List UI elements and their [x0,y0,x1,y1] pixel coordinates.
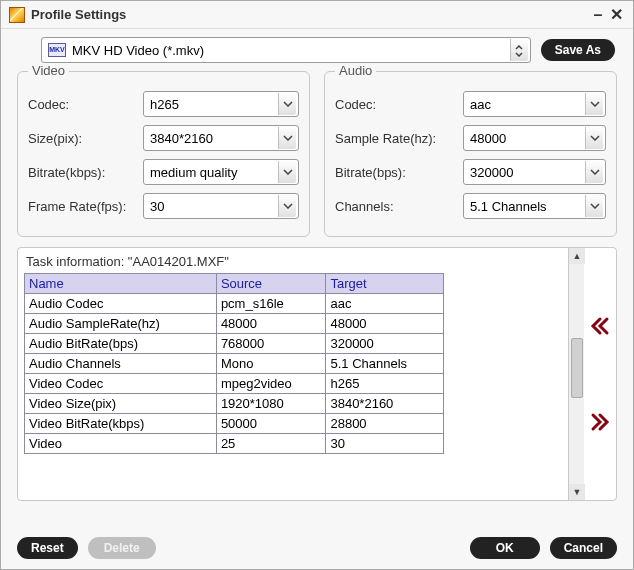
task-info-panel: Task information: "AA014201.MXF" Name So… [17,247,617,501]
task-info-table: Name Source Target Audio Codecpcm_s16lea… [24,273,444,454]
profile-settings-window: Profile Settings – ✕ MKV MKV HD Video (*… [0,0,634,570]
settings-row: Video Codec: h265 Size(pix): 3840*2160 B… [1,67,633,247]
col-name: Name [25,274,217,294]
audio-channels-select[interactable]: 5.1 Channels [463,193,606,219]
table-cell: 28800 [326,414,444,434]
chevron-down-icon [278,161,296,183]
chevron-down-icon [585,195,603,217]
table-cell: 3840*2160 [326,394,444,414]
profile-select-arrow[interactable] [510,39,528,61]
table-cell: 320000 [326,334,444,354]
table-row: Audio SampleRate(hz)4800048000 [25,314,444,334]
table-cell: pcm_s16le [216,294,326,314]
double-left-icon [589,315,611,337]
video-codec-label: Codec: [28,97,143,112]
window-title: Profile Settings [31,7,589,22]
chevron-down-icon [585,161,603,183]
table-cell: 48000 [216,314,326,334]
table-cell: Audio Codec [25,294,217,314]
profile-select-value: MKV HD Video (*.mkv) [72,43,510,58]
audio-bitrate-value: 320000 [470,165,585,180]
prev-task-button[interactable] [589,315,611,337]
table-cell: h265 [326,374,444,394]
next-task-button[interactable] [589,411,611,433]
table-cell: 5.1 Channels [326,354,444,374]
video-fps-select[interactable]: 30 [143,193,299,219]
table-cell: Video Codec [25,374,217,394]
video-fieldset: Video Codec: h265 Size(pix): 3840*2160 B… [17,71,310,237]
table-cell: 48000 [326,314,444,334]
audio-channels-value: 5.1 Channels [470,199,585,214]
table-cell: 1920*1080 [216,394,326,414]
audio-rate-select[interactable]: 48000 [463,125,606,151]
save-as-button[interactable]: Save As [541,39,615,61]
audio-legend: Audio [335,63,376,78]
delete-button: Delete [88,537,156,559]
video-size-select[interactable]: 3840*2160 [143,125,299,151]
table-cell: Video BitRate(kbps) [25,414,217,434]
table-cell: Video [25,434,217,454]
video-fps-value: 30 [150,199,278,214]
video-bitrate-value: medium quality [150,165,278,180]
table-cell: Video Size(pix) [25,394,217,414]
audio-bitrate-label: Bitrate(bps): [335,165,463,180]
video-bitrate-select[interactable]: medium quality [143,159,299,185]
table-cell: Audio BitRate(bps) [25,334,217,354]
task-nav-column [584,248,616,500]
video-codec-value: h265 [150,97,278,112]
table-cell: aac [326,294,444,314]
video-size-label: Size(pix): [28,131,143,146]
double-right-icon [589,411,611,433]
table-cell: 50000 [216,414,326,434]
table-cell: Audio Channels [25,354,217,374]
table-header-row: Name Source Target [25,274,444,294]
cancel-button[interactable]: Cancel [550,537,617,559]
video-size-value: 3840*2160 [150,131,278,146]
col-source: Source [216,274,326,294]
table-cell: Mono [216,354,326,374]
audio-bitrate-select[interactable]: 320000 [463,159,606,185]
table-row: Audio Codecpcm_s16leaac [25,294,444,314]
profile-row: MKV MKV HD Video (*.mkv) Save As [1,29,633,67]
chevron-updown-icon [514,45,524,55]
scrollbar[interactable]: ▲ ▼ [568,248,584,500]
scroll-thumb[interactable] [571,338,583,398]
app-icon [9,7,25,23]
audio-codec-select[interactable]: aac [463,91,606,117]
task-info-content: Task information: "AA014201.MXF" Name So… [18,248,568,500]
chevron-down-icon [278,195,296,217]
audio-channels-label: Channels: [335,199,463,214]
audio-fieldset: Audio Codec: aac Sample Rate(hz): 48000 … [324,71,617,237]
table-row: Video Codecmpeg2videoh265 [25,374,444,394]
reset-button[interactable]: Reset [17,537,78,559]
audio-codec-label: Codec: [335,97,463,112]
minimize-button[interactable]: – [589,6,607,24]
ok-button[interactable]: OK [470,537,540,559]
table-row: Video2530 [25,434,444,454]
table-row: Audio ChannelsMono5.1 Channels [25,354,444,374]
video-fps-label: Frame Rate(fps): [28,199,143,214]
chevron-down-icon [278,93,296,115]
col-target: Target [326,274,444,294]
titlebar: Profile Settings – ✕ [1,1,633,29]
video-codec-select[interactable]: h265 [143,91,299,117]
table-row: Video BitRate(kbps)5000028800 [25,414,444,434]
table-cell: 768000 [216,334,326,354]
audio-codec-value: aac [470,97,585,112]
table-cell: mpeg2video [216,374,326,394]
table-cell: 25 [216,434,326,454]
table-cell: Audio SampleRate(hz) [25,314,217,334]
table-row: Audio BitRate(bps)768000320000 [25,334,444,354]
chevron-down-icon [585,127,603,149]
video-bitrate-label: Bitrate(kbps): [28,165,143,180]
mkv-icon: MKV [48,43,66,57]
table-cell: 30 [326,434,444,454]
chevron-down-icon [585,93,603,115]
audio-rate-label: Sample Rate(hz): [335,131,463,146]
close-button[interactable]: ✕ [607,5,625,24]
scroll-up-button[interactable]: ▲ [569,248,585,264]
task-info-title: Task information: "AA014201.MXF" [26,254,562,269]
profile-select[interactable]: MKV MKV HD Video (*.mkv) [41,37,531,63]
scroll-down-button[interactable]: ▼ [569,484,585,500]
table-row: Video Size(pix)1920*10803840*2160 [25,394,444,414]
